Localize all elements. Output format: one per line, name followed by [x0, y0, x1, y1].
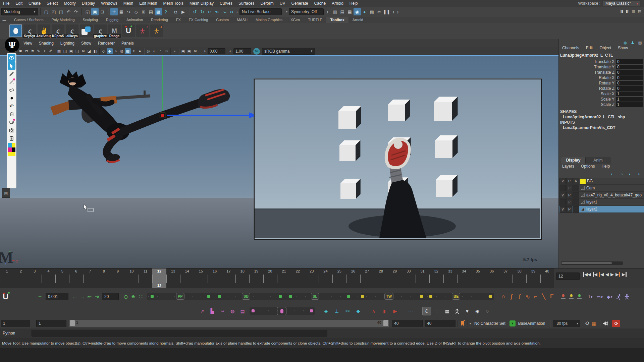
pink-capsule-marker[interactable] — [277, 307, 286, 315]
viewport-menu-shading[interactable]: Shading — [36, 41, 57, 46]
layer-toggle[interactable]: P — [566, 178, 573, 184]
timeline-frame-15[interactable]: 15 — [194, 268, 208, 288]
shelf-tab-xgen[interactable]: XGen — [286, 17, 304, 23]
menu-select[interactable]: Select — [44, 0, 61, 7]
timeline-frame-21[interactable]: 21 — [277, 268, 291, 288]
blob-icon[interactable]: ♣ — [129, 294, 137, 300]
white-cube[interactable] — [434, 97, 458, 121]
shelf-tab-curves-surfaces[interactable]: Curves / Surfaces — [10, 17, 47, 23]
layer-row-bg[interactable]: VPR BG — [559, 178, 644, 185]
next-breakdown-icon[interactable]: ⇥ — [93, 294, 101, 300]
channelbox-menu-object[interactable]: Object — [596, 46, 614, 50]
pink-marker[interactable] — [252, 309, 255, 312]
key-marker[interactable] — [289, 295, 292, 298]
timeline-frame-12[interactable]: 1212 — [152, 268, 166, 288]
layer-toggle[interactable] — [573, 206, 579, 213]
grid-icon[interactable]: ▦ — [56, 48, 62, 54]
panel-person-icon[interactable]: ♟ — [630, 40, 636, 46]
layout-grid-icon[interactable]: ▤ — [2, 188, 10, 198]
menu-modify[interactable]: Modify — [61, 0, 78, 7]
timeline-frame-2[interactable]: 2 — [14, 268, 28, 288]
contrast-icon[interactable]: ◐ — [227, 48, 233, 54]
layer-triangle-icon[interactable] — [580, 200, 585, 204]
shelf-item-graphzc-script-icon[interactable]: ςgraphzc — [94, 24, 107, 37]
range-end-handle[interactable] — [383, 320, 388, 326]
s-curve-icon[interactable]: ∫ — [507, 293, 516, 300]
bookmark-icon[interactable]: ⚑ — [30, 48, 36, 54]
white-cube[interactable] — [435, 135, 458, 158]
shelf-item-acksetup-script-icon[interactable]: ✌AckSetup — [38, 24, 50, 37]
key-marker[interactable] — [207, 295, 210, 298]
film-gate-icon[interactable]: ◫ — [62, 48, 68, 54]
anim-layer-selector[interactable]: BaseAnimation — [518, 321, 545, 326]
exposure-box-icon[interactable]: ▭ — [163, 48, 169, 54]
layer-toggle[interactable]: V — [559, 206, 566, 213]
shelf-item-allkeys-script-icon[interactable]: ςallkeys — [66, 24, 78, 37]
menu-set-dropdown[interactable]: Modeling▼ — [1, 8, 38, 15]
menu-mesh-tools[interactable]: Mesh Tools — [160, 0, 186, 7]
stand-person-icon[interactable] — [625, 294, 629, 300]
layer-tab-anim[interactable]: Anim — [586, 157, 610, 164]
grid-dots-icon[interactable]: ∷ — [137, 294, 144, 300]
eye-icon[interactable] — [8, 54, 15, 62]
timeline-frame-38[interactable]: 38 — [513, 268, 526, 288]
timeline-frame-39[interactable]: 39 — [526, 268, 540, 288]
loop-playback-icon[interactable]: ⟲ — [583, 320, 590, 327]
layer-toggle[interactable]: V — [559, 192, 566, 198]
viewport-menu-renderer[interactable]: Renderer — [95, 41, 118, 46]
timeline-frame-3[interactable]: 3 — [28, 268, 42, 288]
shape-node-name[interactable]: Luna3p:legArmor02_L_CTL_shp — [563, 115, 625, 119]
layer-toggle[interactable]: P — [566, 206, 573, 213]
xray-joints-icon[interactable]: ◔ — [157, 48, 163, 54]
globe-icon[interactable]: ◍ — [229, 308, 236, 314]
dot-icon[interactable] — [8, 94, 15, 102]
shelf-item-head-tool-icon[interactable] — [9, 24, 22, 37]
marker-label-PP[interactable]: PP — [176, 293, 184, 300]
frame-range-field[interactable]: 20 — [102, 293, 119, 300]
timeline-frame-6[interactable]: 6 — [69, 268, 83, 288]
attr-value-field[interactable]: 0 — [616, 86, 643, 91]
timeline-frame-16[interactable]: 16 — [208, 268, 221, 288]
pin-icon[interactable]: ⊥ — [333, 308, 340, 314]
image-plane-icon[interactable]: ✎ — [36, 48, 42, 54]
close-panel-icon[interactable]: ⊠ — [192, 48, 198, 54]
timeline-frame-33[interactable]: 33 — [443, 268, 457, 288]
screenspace-ao-icon[interactable]: ✦ — [131, 48, 137, 54]
attr-value-field[interactable]: 1 — [616, 92, 643, 96]
layer-toggle[interactable] — [573, 192, 579, 198]
robot-icon[interactable]: ◈ — [322, 308, 330, 314]
bump-curve-icon[interactable]: ∿ — [524, 293, 532, 300]
playblast-icon[interactable]: ▦ — [590, 320, 598, 327]
menu-uv[interactable]: UV — [277, 0, 288, 7]
select-one-icon[interactable]: 1➤ — [588, 294, 593, 299]
wireframe-icon[interactable]: ◇ — [101, 48, 107, 54]
menu-edit-mesh[interactable]: Edit Mesh — [136, 0, 160, 7]
rocket-icon[interactable]: ➚ — [199, 308, 206, 314]
timeline-frame-34[interactable]: 34 — [457, 268, 471, 288]
layer-row-layer2[interactable]: VP layer2 — [559, 206, 644, 213]
shelf-tab-motion-graphics[interactable]: Motion Graphics — [252, 17, 286, 23]
menu-help[interactable]: Help — [346, 0, 361, 7]
viewport-menu-lighting[interactable]: Lighting — [57, 41, 78, 46]
layer-toggle[interactable] — [559, 199, 566, 205]
gate-mask-icon[interactable]: ▢ — [74, 48, 80, 54]
timeline-frame-7[interactable]: 7 — [83, 268, 97, 288]
render-settings-icon[interactable]: ▧ — [368, 8, 376, 15]
step-back-frame-button[interactable]: ◀ — [593, 272, 597, 277]
curve-pair-icon[interactable]: ʌ — [370, 308, 377, 314]
key-marker[interactable] — [151, 295, 154, 298]
surface-snap-icon[interactable]: ↬ — [213, 8, 221, 15]
open-scene-icon[interactable]: ◰ — [50, 8, 57, 15]
contrast-field[interactable]: 1.00 — [233, 48, 251, 54]
timeline-frame-5[interactable]: 5 — [55, 268, 69, 288]
clipboard-icon[interactable] — [8, 134, 15, 142]
sidebar-channel-box-icon[interactable]: ▥ — [631, 8, 637, 14]
undo-icon[interactable]: ↶ — [65, 8, 72, 15]
layer-triangle-icon[interactable] — [580, 207, 585, 212]
timeline-frame-13[interactable]: 13 — [166, 268, 180, 288]
shelf-tab-sculpting[interactable]: Sculpting — [79, 17, 102, 23]
layer-row-layer1[interactable]: P layer1 — [559, 199, 644, 206]
menu-edit[interactable]: Edit — [12, 0, 25, 7]
key-marker[interactable] — [420, 295, 423, 298]
shelf-tab-arnold[interactable]: Arnold — [348, 17, 367, 23]
